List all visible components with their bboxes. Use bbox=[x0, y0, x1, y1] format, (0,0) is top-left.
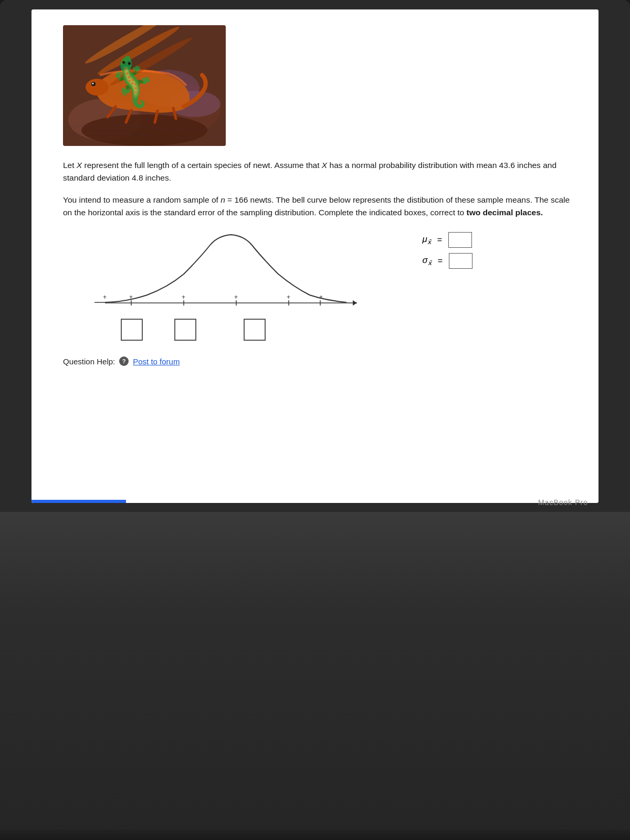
bell-curve-section: + + + + + + μx̄ = σx̄ = bbox=[94, 229, 572, 341]
svg-text:+: + bbox=[319, 293, 323, 301]
mu-equals: = bbox=[437, 235, 442, 245]
svg-text:+: + bbox=[182, 293, 185, 301]
bold-decimal-places: two decimal places. bbox=[467, 208, 543, 217]
bell-curve-svg: + + + + + + bbox=[94, 229, 368, 324]
sigma-input-row: σx̄ = bbox=[422, 253, 472, 269]
mu-label: μx̄ bbox=[422, 234, 430, 246]
sigma-input-box[interactable] bbox=[449, 253, 472, 269]
var-x2: X bbox=[322, 161, 327, 170]
sigma-equals: = bbox=[438, 256, 443, 266]
progress-bar bbox=[32, 500, 126, 503]
svg-text:+: + bbox=[103, 293, 107, 301]
svg-point-6 bbox=[86, 79, 109, 96]
var-x: X bbox=[77, 161, 82, 170]
mu-input-box[interactable] bbox=[448, 232, 472, 248]
svg-text:+: + bbox=[129, 293, 133, 301]
let-text: Let bbox=[63, 161, 77, 170]
bottom-chassis bbox=[0, 830, 630, 840]
problem-text-2a: You intend to measure a random sample of bbox=[63, 195, 220, 204]
problem-text-1: Let X represent the full length of a cer… bbox=[63, 159, 572, 184]
question-help: Question Help: ? Post to forum bbox=[63, 356, 572, 366]
problem-text-1b: represent the full length of a certain s… bbox=[82, 161, 322, 170]
problem-text-2: You intend to measure a random sample of… bbox=[63, 194, 572, 219]
keyboard-area: ~ 1 2 3 4 5 bbox=[0, 512, 630, 840]
screen-content: Let X represent the full length of a cer… bbox=[32, 9, 598, 503]
svg-marker-19 bbox=[353, 300, 357, 306]
mu-input-row: μx̄ = bbox=[422, 232, 472, 248]
macbook-pro-label: MacBook Pro bbox=[538, 498, 588, 507]
svg-text:+: + bbox=[287, 293, 290, 301]
screen: Let X represent the full length of a cer… bbox=[32, 9, 598, 503]
svg-point-8 bbox=[92, 83, 94, 85]
var-n: n bbox=[220, 195, 225, 204]
help-icon: ? bbox=[119, 356, 129, 366]
svg-text:+: + bbox=[234, 293, 238, 301]
sigma-label: σx̄ bbox=[422, 255, 431, 267]
newt-image bbox=[63, 25, 226, 146]
post-to-forum-link[interactable]: Post to forum bbox=[133, 357, 180, 366]
question-help-label: Question Help: bbox=[63, 357, 115, 366]
